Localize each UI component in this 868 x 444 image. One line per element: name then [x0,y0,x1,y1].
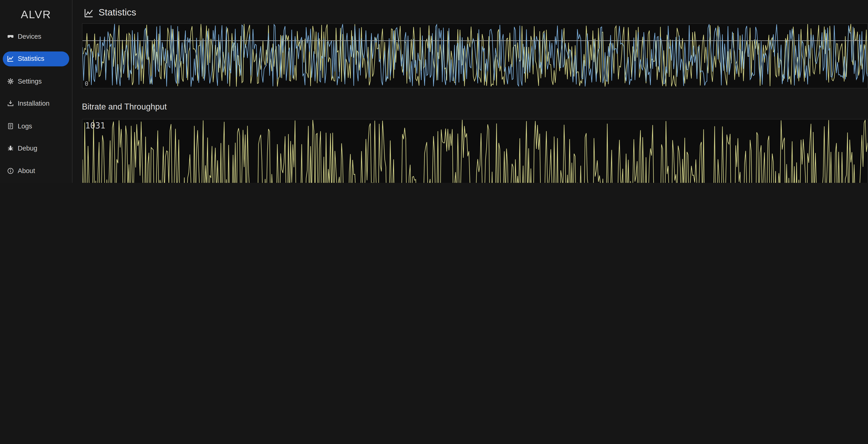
sidebar-item-debug[interactable]: Debug [3,141,69,156]
sidebar-nav: Devices Statistics Settings Installation… [0,29,72,183]
alvr-app: ALVR Devices Statistics Settings Install… [0,0,868,183]
headset-icon [7,33,14,40]
recorded-throughput [83,120,868,183]
statistics-header-icon [84,8,93,17]
page-title: Statistics [98,7,136,19]
latency-graph[interactable]: 0 [82,23,868,89]
page-header: Statistics [84,7,136,19]
install-icon [7,100,14,107]
sidebar-item-settings[interactable]: Settings [3,73,69,89]
gear-icon [7,78,14,84]
chart-icon [7,55,14,62]
sidebar: ALVR Devices Statistics Settings Install… [0,0,72,183]
sidebar-item-logs[interactable]: Logs [3,118,69,133]
info-icon [7,167,14,174]
bitrate-throughput-graph[interactable]: 1031 0 [82,119,868,183]
logs-icon [7,123,14,129]
section-title-bitrate: Bitrate and Throughput [82,102,167,111]
bitrate-y-max-label: 1031 [85,121,105,131]
latency-y-min-label: 0 [85,80,88,88]
sidebar-item-installation[interactable]: Installation [3,96,69,111]
main-content: Statistics 0 Bitrate and Throughput 1031… [72,0,868,183]
sidebar-item-devices[interactable]: Devices [3,29,69,44]
sidebar-item-statistics[interactable]: Statistics [3,51,69,66]
app-title: ALVR [0,8,72,21]
sidebar-item-about[interactable]: About [3,163,69,178]
bug-icon [7,145,14,151]
